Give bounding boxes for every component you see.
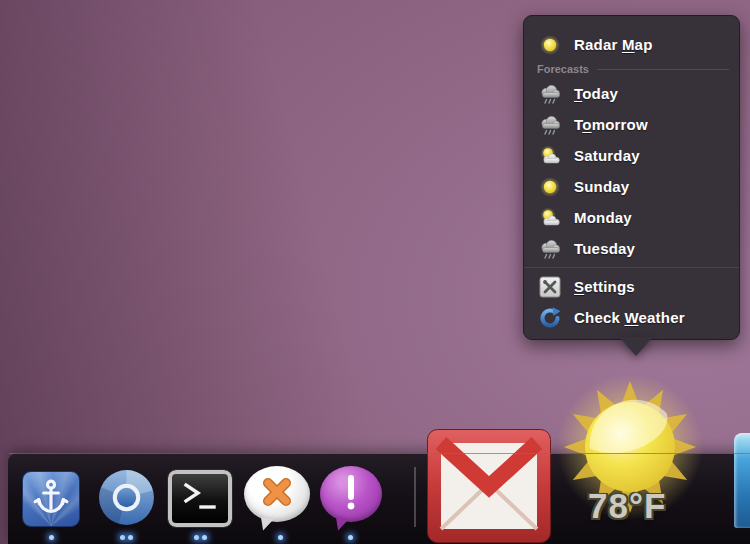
dock-top-edge [9, 453, 750, 454]
running-indicator-dot [120, 535, 125, 540]
label-part: ettings [584, 278, 635, 295]
menu-item-label: Radar Map [574, 36, 653, 53]
label-part: Tuesday [574, 240, 635, 257]
label-part: ap [635, 36, 653, 53]
label-accel: T [574, 85, 582, 102]
label-part: Monday [574, 209, 632, 226]
blue-can-icon[interactable] [734, 433, 750, 528]
menu-item-label: Check Weather [574, 309, 685, 326]
menu-item-label: Tuesday [574, 240, 635, 257]
speech-bubble-x-icon [258, 473, 296, 515]
speech-bubble-exclamation-icon [332, 471, 370, 517]
menu-item-saturday[interactable]: Saturday [524, 140, 739, 171]
dock-separator [414, 467, 416, 527]
partly-cloudy-icon [537, 143, 563, 169]
label-part: Radar [574, 36, 622, 53]
terminal-prompt-icon [178, 479, 222, 519]
menu-separator [524, 267, 739, 268]
section-divider [597, 69, 729, 70]
running-indicator-dot [278, 535, 283, 540]
menu-item-radar-map[interactable]: Radar Map [524, 29, 739, 60]
chromium-icon [96, 514, 157, 531]
running-indicator-dot [49, 535, 54, 540]
section-label: Forecasts [537, 63, 589, 75]
running-indicator-dot [194, 535, 199, 540]
partly-cloudy-icon [537, 205, 563, 231]
dock-item-message-error[interactable] [244, 466, 310, 522]
menu-section-forecasts: Forecasts [524, 60, 739, 78]
settings-tools-icon [537, 274, 563, 300]
dock-item-docky-anchor[interactable] [22, 471, 80, 527]
menu-item-label: Saturday [574, 147, 640, 164]
label-accel: S [574, 278, 584, 295]
menu-item-monday[interactable]: Monday [524, 202, 739, 233]
menu-item-label: Tomorrow [574, 116, 648, 133]
showers-icon [537, 112, 563, 138]
running-indicator-dot [202, 535, 207, 540]
refresh-icon [537, 305, 563, 331]
menu-item-settings[interactable]: Settings [524, 271, 739, 302]
weather-popup-menu: Radar Map Forecasts Today Tomorrow Satur… [523, 15, 740, 340]
menu-item-sunday[interactable]: Sunday [524, 171, 739, 202]
label-part: T [574, 116, 582, 133]
label-part: Saturday [574, 147, 640, 164]
menu-item-check-weather[interactable]: Check Weather [524, 302, 739, 333]
menu-item-label: Monday [574, 209, 632, 226]
label-accel: o [582, 116, 591, 133]
label-part: eather [638, 309, 684, 326]
dock-item-chromium[interactable] [96, 467, 157, 528]
sunny-icon [537, 32, 563, 58]
menu-item-tuesday[interactable]: Tuesday [524, 233, 739, 264]
label-accel: W [624, 309, 638, 326]
label-part: oday [582, 85, 618, 102]
gmail-icon [427, 529, 551, 544]
dock-item-gmail[interactable] [427, 429, 551, 543]
label-part: Sunday [574, 178, 629, 195]
anchor-icon [31, 477, 71, 521]
sunny-icon [537, 174, 563, 200]
label-accel: M [622, 36, 635, 53]
running-indicator-dot [128, 535, 133, 540]
menu-pointer-tail [619, 337, 653, 356]
dock-item-terminal[interactable] [168, 470, 232, 527]
dock-item-message-alert[interactable] [320, 466, 382, 522]
menu-item-today[interactable]: Today [524, 78, 739, 109]
showers-icon [537, 81, 563, 107]
label-part: Check [574, 309, 624, 326]
desktop: Radar Map Forecasts Today Tomorrow Satur… [0, 0, 750, 544]
menu-item-label: Settings [574, 278, 635, 295]
menu-item-label: Today [574, 85, 618, 102]
temperature-label: 78°F [588, 486, 666, 526]
running-indicator-dot [348, 535, 353, 540]
showers-icon [537, 236, 563, 262]
label-part: morrow [592, 116, 648, 133]
menu-item-label: Sunday [574, 178, 629, 195]
menu-item-tomorrow[interactable]: Tomorrow [524, 109, 739, 140]
